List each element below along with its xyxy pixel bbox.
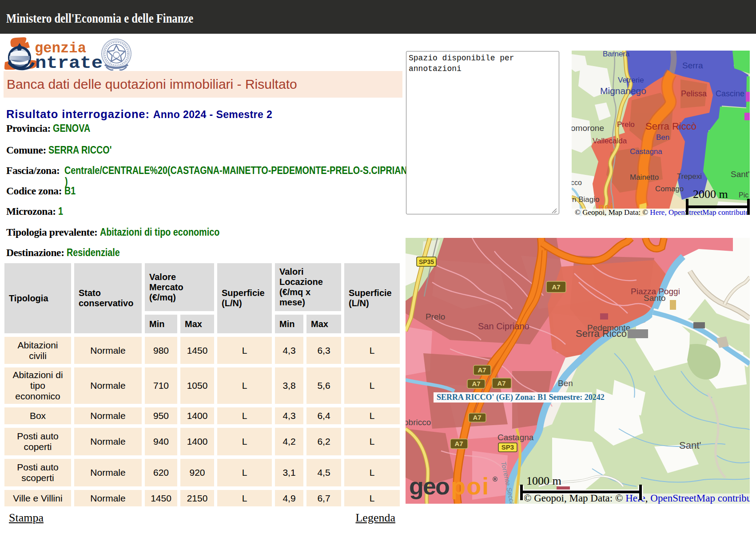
svg-text:Castagna: Castagna bbox=[630, 147, 662, 156]
svg-text:Ben: Ben bbox=[558, 379, 573, 388]
svg-text:Sant': Sant' bbox=[679, 440, 701, 451]
svg-text:Barnera: Barnera bbox=[603, 51, 630, 58]
svg-text:Serra Riccò: Serra Riccò bbox=[645, 121, 696, 132]
svg-text:Sant': Sant' bbox=[731, 170, 750, 179]
svg-text:A7: A7 bbox=[552, 283, 560, 291]
svg-text:geo: geo bbox=[409, 473, 449, 499]
svg-text:Cascine: Cascine bbox=[716, 89, 744, 98]
svg-text:2000 m: 2000 m bbox=[693, 188, 728, 201]
svg-text:Castagna: Castagna bbox=[497, 433, 534, 442]
svg-text:SERRA RICCO' (GE) Zona: B1 Sem: SERRA RICCO' (GE) Zona: B1 Semestre: 202… bbox=[437, 393, 605, 402]
svg-text:Pic: Pic bbox=[739, 191, 748, 199]
svg-text:Serra Riccò: Serra Riccò bbox=[576, 328, 627, 339]
svg-text:1000 m: 1000 m bbox=[526, 474, 561, 487]
svg-text:A7: A7 bbox=[497, 379, 505, 387]
svg-text:San Cipriano: San Cipriano bbox=[478, 321, 529, 331]
svg-text:Prelo: Prelo bbox=[617, 120, 635, 129]
svg-text:A7: A7 bbox=[477, 366, 486, 374]
svg-text:Mignanego: Mignanego bbox=[600, 86, 646, 96]
svg-text:Ben: Ben bbox=[656, 133, 669, 142]
svg-text:omorone: omorone bbox=[572, 123, 604, 133]
svg-text:A7: A7 bbox=[472, 380, 480, 387]
svg-text:Serra: Serra bbox=[682, 61, 703, 70]
svg-text:Mainetto: Mainetto bbox=[630, 173, 659, 182]
svg-text:Comago: Comago bbox=[655, 185, 684, 193]
svg-text:Vetrerie: Vetrerie bbox=[618, 76, 644, 84]
svg-text:Pelissa: Pelissa bbox=[681, 89, 707, 98]
svg-text:ntrate: ntrate bbox=[35, 54, 103, 72]
svg-text:© Geopoi, Map Data: © Here, Op: © Geopoi, Map Data: © Here, OpenStreetMa… bbox=[575, 208, 750, 217]
svg-text:n Biagio: n Biagio bbox=[572, 195, 599, 204]
svg-text:Prelo: Prelo bbox=[426, 312, 445, 321]
svg-text:Trepexi: Trepexi bbox=[677, 172, 702, 181]
svg-text:cco: cco bbox=[572, 179, 582, 186]
svg-text:Vallecalda: Vallecalda bbox=[593, 137, 627, 145]
svg-text:poi: poi bbox=[451, 473, 489, 499]
svg-text:SP35: SP35 bbox=[419, 258, 434, 265]
svg-text:A7: A7 bbox=[454, 440, 463, 447]
svg-text:Santo: Santo bbox=[644, 293, 666, 303]
svg-text:A7: A7 bbox=[473, 414, 481, 421]
svg-text:SP3: SP3 bbox=[501, 443, 514, 451]
svg-text:obricco: obricco bbox=[406, 418, 431, 427]
